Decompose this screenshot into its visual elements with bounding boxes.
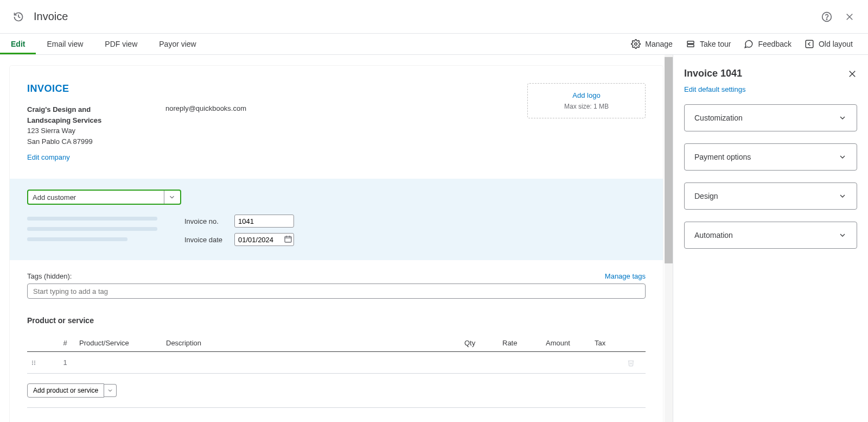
feedback-button[interactable]: Feedback [744,39,791,49]
tab-bar: Edit Email view PDF view Payor view Mana… [0,34,868,55]
col-num: # [54,335,76,352]
svg-point-0 [822,12,832,21]
svg-point-12 [32,361,33,362]
svg-rect-7 [806,40,813,48]
add-product-dropdown[interactable] [104,384,117,397]
add-logo-box[interactable]: Add logo Max size: 1 MB [527,83,646,118]
edit-default-settings-link[interactable]: Edit default settings [684,85,745,93]
chevron-down-icon [164,191,179,204]
customer-placeholder-skeleton [27,215,157,246]
invoice-date-input[interactable] [234,233,294,246]
settings-sidebar: Invoice 1041 Edit default settings Custo… [673,55,868,422]
accordion-payment-options[interactable]: Payment options [684,143,857,171]
manage-tags-link[interactable]: Manage tags [605,272,646,280]
products-table: # Product/Service Description Qty Rate A… [27,335,646,374]
company-email: noreply@quickbooks.com [165,104,328,147]
products-section: Product or service # Product/Service Des… [10,304,663,413]
add-customer-select[interactable]: Add customer [27,190,181,205]
company-address: Craig's Design and Landscaping Services … [27,104,133,147]
accordion-design[interactable]: Design [684,182,857,210]
accordion-label: Automation [694,231,733,240]
col-amount: Amount [542,335,591,352]
drag-handle-icon[interactable] [30,360,51,366]
gear-icon [631,39,641,49]
svg-point-15 [34,362,35,363]
svg-point-16 [32,364,33,365]
accordion-label: Design [694,192,718,200]
manage-label: Manage [645,40,673,48]
sidebar-close-icon[interactable] [847,69,857,79]
svg-rect-5 [687,41,694,44]
tab-pdf-view[interactable]: PDF view [94,34,148,54]
history-icon[interactable] [11,9,26,24]
accordion-label: Customization [694,114,743,122]
tags-label: Tags (hidden): [27,272,72,280]
svg-point-14 [32,362,33,363]
invoice-date-label: Invoice date [184,236,228,244]
col-rate: Rate [499,335,542,352]
tour-icon [686,39,695,49]
tags-input[interactable] [27,284,646,299]
take-tour-label: Take tour [700,40,731,48]
svg-point-4 [635,43,637,46]
payment-options-row: Customer payment options Edit Subtotal $… [10,413,663,422]
table-row[interactable]: 1 [27,352,646,374]
tags-section: Tags (hidden): Manage tags [10,260,663,304]
company-citystate: San Pablo CA 87999 [27,136,133,147]
close-icon[interactable] [842,9,857,24]
svg-point-13 [34,361,35,362]
scrollbar-track[interactable] [665,55,673,422]
invoice-no-input[interactable] [234,215,294,228]
chevron-down-icon [838,231,847,240]
chevron-down-icon [838,192,847,200]
accordion-customization[interactable]: Customization [684,104,857,131]
col-qty: Qty [461,335,499,352]
old-layout-button[interactable]: Old layout [805,39,853,49]
row-number: 1 [54,352,76,374]
chevron-down-icon [838,153,847,161]
page-title: Invoice [34,10,68,23]
company-name: Craig's Design and Landscaping Services [27,104,133,125]
tab-payor-view[interactable]: Payor view [148,34,207,54]
feedback-icon [744,39,754,49]
delete-row-icon[interactable] [627,359,642,367]
take-tour-button[interactable]: Take tour [686,39,731,49]
invoice-no-label: Invoice no. [184,217,228,225]
old-layout-label: Old layout [819,40,853,48]
svg-rect-6 [687,45,694,47]
feedback-label: Feedback [758,40,791,48]
col-description: Description [163,335,461,352]
accordion-label: Payment options [694,153,751,161]
tab-email-view[interactable]: Email view [36,34,94,54]
chevron-down-icon [838,114,847,122]
add-product-button[interactable]: Add product or service [27,383,104,398]
main-content: INVOICE Craig's Design and Landscaping S… [0,55,673,422]
help-icon[interactable] [819,9,834,24]
edit-company-link[interactable]: Edit company [27,153,70,161]
svg-point-1 [826,18,827,19]
col-product: Product/Service [76,335,163,352]
company-street: 123 Sierra Way [27,125,133,136]
col-tax: Tax [591,335,624,352]
scrollbar-thumb[interactable] [665,57,673,263]
layout-icon [805,39,814,49]
customer-placeholder: Add customer [33,193,164,201]
invoice-panel: INVOICE Craig's Design and Landscaping S… [10,66,663,422]
products-title: Product or service [27,316,646,325]
svg-point-17 [34,364,35,365]
header-bar: Invoice [0,0,868,34]
add-logo-label: Add logo [546,91,627,99]
sidebar-title: Invoice 1041 [684,68,742,79]
logo-max-size: Max size: 1 MB [546,103,627,110]
tab-edit[interactable]: Edit [0,34,36,54]
invoice-heading: INVOICE [27,83,328,95]
manage-button[interactable]: Manage [631,39,673,49]
accordion-automation[interactable]: Automation [684,222,857,249]
customer-section: Add customer Invoice no. Invoice date [10,179,663,260]
